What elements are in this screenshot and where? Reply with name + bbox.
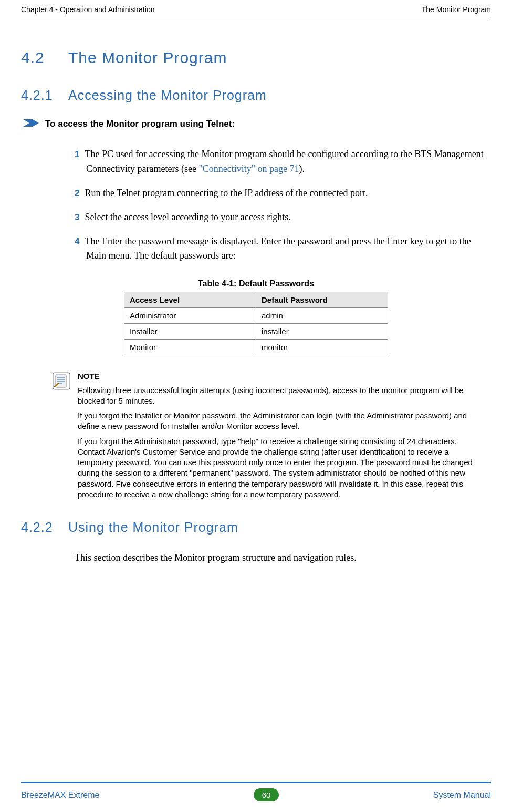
step-text: Run the Telnet program connecting to the… [85, 188, 368, 198]
footer-right: System Manual [433, 790, 491, 800]
cell-password: monitor [256, 340, 388, 355]
step-text-tail: ). [299, 163, 305, 174]
heading-number: 4.2.2 [21, 520, 68, 535]
header-right: The Monitor Program [422, 5, 491, 14]
note-paragraph: Following three unsuccessful login attem… [78, 385, 480, 407]
step-number: 2 [75, 188, 79, 198]
note-title: NOTE [78, 371, 480, 382]
link-connectivity[interactable]: "Connectivity" on page 71 [198, 163, 299, 174]
step-4: 4The Enter the password message is displ… [75, 234, 491, 264]
section-body: This section describes the Monitor progr… [75, 551, 491, 566]
heading-4-2-2: 4.2.2Using the Monitor Program [21, 520, 491, 535]
cell-password: admin [256, 308, 388, 324]
step-2: 2Run the Telnet program connecting to th… [75, 186, 491, 201]
cell-access-level: Administrator [124, 308, 256, 324]
task-title: To access the Monitor program using Teln… [45, 119, 235, 129]
heading-4-2: 4.2The Monitor Program [21, 49, 491, 67]
arrow-icon [23, 119, 39, 129]
heading-title: Accessing the Monitor Program [68, 88, 267, 102]
cell-access-level: Installer [124, 324, 256, 340]
svg-marker-0 [23, 119, 39, 127]
column-header-access-level: Access Level [124, 292, 256, 308]
step-number: 1 [75, 149, 79, 159]
page-footer: BreezeMAX Extreme 60 System Manual [0, 782, 512, 801]
heading-title: The Monitor Program [68, 49, 227, 66]
table-header-row: Access Level Default Password [124, 292, 388, 308]
cell-access-level: Monitor [124, 340, 256, 355]
note-body: NOTE Following three unsuccessful login … [78, 371, 491, 504]
table-caption: Table 4-1: Default Passwords [21, 279, 491, 289]
note-paragraph: If you forgot the Installer or Monitor p… [78, 410, 480, 432]
note-paragraph: If you forgot the Administrator password… [78, 436, 480, 500]
step-3: 3Select the access level according to yo… [75, 210, 491, 225]
page-number-badge: 60 [254, 788, 279, 801]
footer-rule [21, 782, 491, 783]
heading-number: 4.2.1 [21, 88, 68, 103]
task-heading: To access the Monitor program using Teln… [23, 119, 491, 129]
header-left: Chapter 4 - Operation and Administration [21, 5, 154, 14]
table-row: Installer installer [124, 324, 388, 340]
table-row: Monitor monitor [124, 340, 388, 355]
heading-title: Using the Monitor Program [68, 520, 238, 535]
heading-number: 4.2 [21, 49, 68, 67]
note-block: NOTE Following three unsuccessful login … [53, 371, 491, 504]
page-header: Chapter 4 - Operation and Administration… [0, 0, 512, 17]
step-number: 3 [75, 212, 79, 222]
step-1: 1The PC used for accessing the Monitor p… [75, 147, 491, 177]
steps-list: 1The PC used for accessing the Monitor p… [75, 147, 491, 263]
table-row: Administrator admin [124, 308, 388, 324]
step-number: 4 [75, 237, 79, 246]
column-header-default-password: Default Password [256, 292, 388, 308]
step-text: The Enter the password message is displa… [85, 236, 471, 261]
page-content: 4.2The Monitor Program 4.2.1Accessing th… [0, 17, 512, 566]
footer-left: BreezeMAX Extreme [21, 790, 99, 800]
heading-4-2-1: 4.2.1Accessing the Monitor Program [21, 88, 491, 103]
cell-password: installer [256, 324, 388, 340]
note-icon [53, 372, 70, 392]
step-text: Select the access level according to you… [85, 212, 290, 222]
default-passwords-table: Access Level Default Password Administra… [124, 292, 388, 355]
